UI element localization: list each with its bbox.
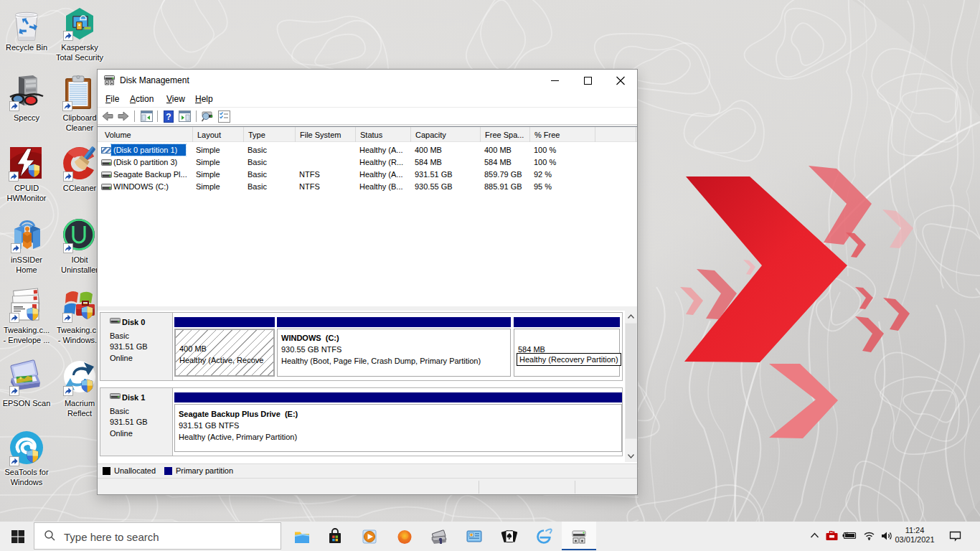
svg-text:?: ? — [166, 112, 171, 122]
